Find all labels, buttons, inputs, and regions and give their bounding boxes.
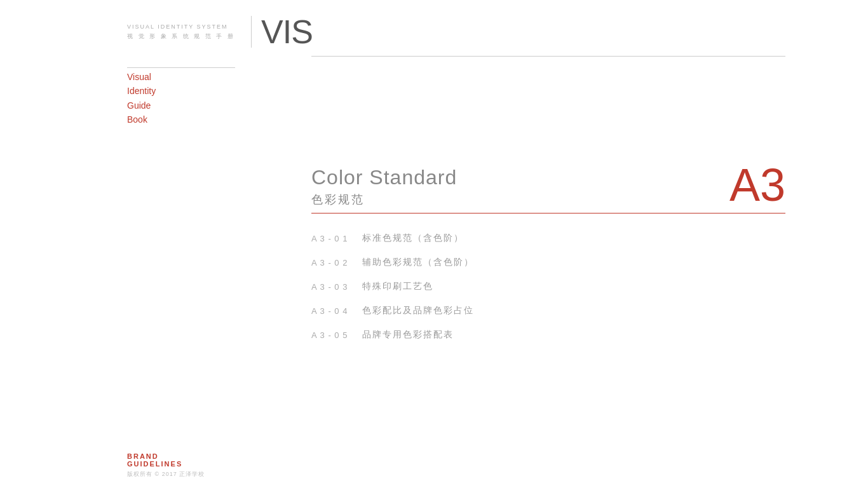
header: VISUAL IDENTITY SYSTEM 视 觉 形 象 系 统 规 范 手… <box>0 0 868 64</box>
header-left: VISUAL IDENTITY SYSTEM 视 觉 形 象 系 统 规 范 手… <box>127 23 241 41</box>
menu-item-code-3: A 3 - 0 3 <box>311 282 349 292</box>
menu-item-label-4: 色彩配比及品牌色彩占位 <box>362 305 474 316</box>
sidebar-item-book[interactable]: Book <box>127 112 156 126</box>
sidebar-item-guide[interactable]: Guide <box>127 98 156 112</box>
section-divider <box>311 213 785 214</box>
footer-brand-line2: GUIDELINES <box>127 460 741 468</box>
section-title-block: Color Standard 色彩规范 <box>311 165 457 207</box>
menu-item-5: A 3 - 0 5 品牌专用色彩搭配表 <box>311 323 785 347</box>
menu-item-4: A 3 - 0 4 色彩配比及品牌色彩占位 <box>311 299 785 323</box>
sidebar-nav: Visual Identity Guide Book <box>127 70 156 127</box>
section-title-cn: 色彩规范 <box>311 192 457 207</box>
footer: BRAND GUIDELINES 版权所有 © 2017 正泽学校 <box>0 437 868 488</box>
footer-brand: BRAND GUIDELINES <box>127 452 741 468</box>
sidebar-item-visual[interactable]: Visual <box>127 70 156 84</box>
menu-item-label-1: 标准色规范（含色阶） <box>362 233 464 244</box>
footer-copyright: 版权所有 © 2017 正泽学校 <box>127 470 741 478</box>
sidebar-top-divider <box>127 67 235 68</box>
header-logo: VIS <box>261 15 313 48</box>
menu-item-code-4: A 3 - 0 4 <box>311 306 349 316</box>
menu-item-code-1: A 3 - 0 1 <box>311 234 349 243</box>
menu-item-label-5: 品牌专用色彩搭配表 <box>362 329 454 341</box>
menu-item-code-5: A 3 - 0 5 <box>311 330 349 340</box>
menu-item-code-2: A 3 - 0 2 <box>311 258 349 268</box>
menu-item-3: A 3 - 0 3 特殊印刷工艺色 <box>311 274 785 299</box>
header-subtitle-en: VISUAL IDENTITY SYSTEM <box>127 23 241 31</box>
section-number: A3 <box>729 162 785 208</box>
menu-item-2: A 3 - 0 2 辅助色彩规范（含色阶） <box>311 250 785 274</box>
main-content: Color Standard 色彩规范 A3 A 3 - 0 1 标准色规范（含… <box>311 165 785 347</box>
menu-list: A 3 - 0 1 标准色规范（含色阶） A 3 - 0 2 辅助色彩规范（含色… <box>311 226 785 347</box>
header-horizontal-line <box>311 56 785 57</box>
menu-item-1: A 3 - 0 1 标准色规范（含色阶） <box>311 226 785 250</box>
menu-item-label-3: 特殊印刷工艺色 <box>362 281 433 292</box>
section-title-en: Color Standard <box>311 165 457 189</box>
footer-brand-line1: BRAND <box>127 452 741 460</box>
header-subtitle-cn: 视 觉 形 象 系 统 规 范 手 册 <box>127 32 241 41</box>
header-vertical-divider <box>251 16 252 48</box>
section-header: Color Standard 色彩规范 A3 <box>311 165 785 208</box>
menu-item-label-2: 辅助色彩规范（含色阶） <box>362 257 474 268</box>
sidebar-item-identity[interactable]: Identity <box>127 84 156 98</box>
